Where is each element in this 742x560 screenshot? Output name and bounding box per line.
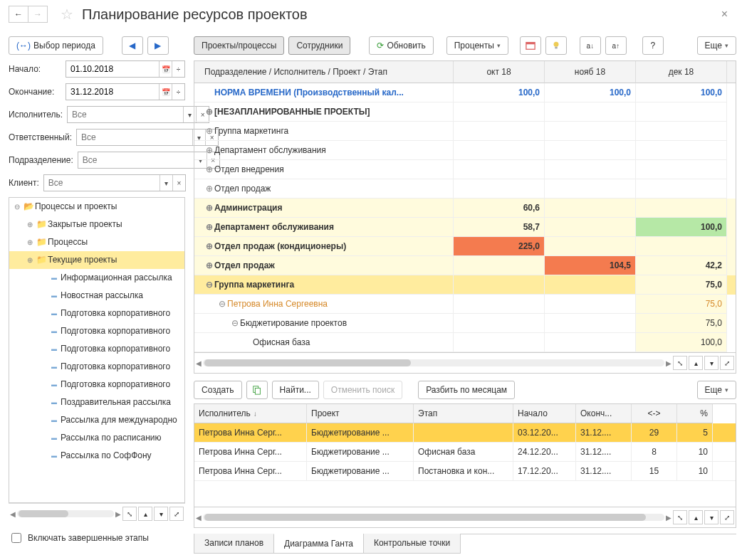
lower-collapse-all[interactable]: ⤡ bbox=[673, 510, 687, 524]
table-row[interactable]: Петрова Инна Серг...Бюджетирование ...По… bbox=[194, 462, 736, 481]
grid-row[interactable]: ⊕Администрация60,6 bbox=[194, 199, 736, 218]
refresh-button[interactable]: ⟳ Обновить bbox=[369, 36, 433, 55]
copy-button[interactable] bbox=[246, 381, 268, 399]
grid-row[interactable]: ⊕Департамент обслуживания58,7100,0 bbox=[194, 218, 736, 237]
calendar-icon[interactable]: 📅 bbox=[159, 61, 172, 77]
date-step-icon[interactable]: ÷ bbox=[172, 84, 184, 100]
tree-item[interactable]: ▬Информационная рассылка bbox=[9, 269, 184, 287]
tree-item[interactable]: ▬Рассылка для международно bbox=[9, 411, 184, 429]
tree-item[interactable]: ▬Новостная рассылка bbox=[9, 287, 184, 305]
expand-icon[interactable]: ⊖ bbox=[230, 318, 240, 328]
grid-col-m3[interactable]: дек 18 bbox=[636, 61, 727, 83]
next-period-button[interactable]: ▶ bbox=[147, 36, 169, 55]
expand-icon[interactable]: ⊕ bbox=[204, 222, 214, 232]
chevron-down-icon[interactable]: ▾ bbox=[160, 175, 172, 191]
tree-expand-all[interactable]: ⤢ bbox=[169, 507, 184, 521]
percents-button[interactable]: Проценты▾ bbox=[446, 36, 508, 55]
grid-row[interactable]: ⊕Отдел внедрения bbox=[194, 160, 736, 179]
filter-exec-combo[interactable]: ▾× bbox=[67, 106, 209, 123]
tab-employees-button[interactable]: Сотрудники bbox=[288, 36, 350, 55]
close-icon[interactable]: × bbox=[716, 8, 733, 21]
tree-collapse-all[interactable]: ⤡ bbox=[122, 507, 137, 521]
tab-milestones[interactable]: Контрольные точки bbox=[363, 534, 461, 554]
prev-period-button[interactable]: ◀ bbox=[122, 36, 143, 55]
lower-hscroll[interactable] bbox=[203, 514, 664, 521]
grid-row[interactable]: ⊕Департамент обслуживания bbox=[194, 141, 736, 160]
select-period-button[interactable]: (↔) Выбор периода bbox=[9, 36, 103, 55]
col-stage[interactable]: Этап bbox=[414, 404, 513, 423]
col-end[interactable]: Оконч... bbox=[576, 404, 632, 423]
help-button[interactable]: ? bbox=[642, 36, 664, 55]
grid-row[interactable]: ⊕Отдел продаж (кондиционеры)225,0 bbox=[194, 237, 736, 256]
back-button[interactable]: ← bbox=[9, 6, 28, 23]
view-calendar-button[interactable] bbox=[520, 36, 541, 55]
expand-icon[interactable]: ⊕ bbox=[204, 241, 214, 251]
col-proj[interactable]: Проект bbox=[307, 404, 414, 423]
export-in-button[interactable]: a↓ bbox=[580, 36, 601, 55]
grid-col-main[interactable]: Подразделение / Исполнитель / Проект / Э… bbox=[194, 61, 454, 83]
grid-row[interactable]: ⊖Петрова Инна Сергеевна75,0 bbox=[194, 295, 736, 314]
export-out-button[interactable]: a↑ bbox=[605, 36, 627, 55]
col-exec[interactable]: Исполнитель↓ bbox=[194, 404, 307, 423]
expand-icon[interactable]: ⊕ bbox=[204, 145, 214, 155]
grid-up[interactable]: ▴ bbox=[689, 356, 703, 370]
expand-icon[interactable]: ⊕ bbox=[204, 184, 214, 194]
grid-row[interactable]: ⊕[НЕЗАПЛАНИРОВАННЫЕ ПРОЕКТЫ] bbox=[194, 102, 736, 122]
tree-down[interactable]: ▾ bbox=[154, 507, 168, 521]
more-button[interactable]: Еще▾ bbox=[697, 36, 736, 55]
expand-icon[interactable]: ⊖ bbox=[204, 280, 214, 290]
grid-col-m2[interactable]: нояб 18 bbox=[545, 61, 636, 83]
clear-icon[interactable]: × bbox=[172, 175, 185, 191]
tree-root[interactable]: ⊖ 📂 Процессы и проекты bbox=[9, 198, 184, 216]
table-row[interactable]: Петрова Инна Серг...Бюджетирование ...03… bbox=[194, 423, 736, 443]
filter-client-combo[interactable]: ▾× bbox=[43, 174, 186, 191]
tree-item[interactable]: ▬Подготовка корпоративного bbox=[9, 358, 184, 376]
expand-icon[interactable]: ⊕ bbox=[25, 221, 35, 228]
include-completed-checkbox[interactable] bbox=[11, 533, 21, 543]
tree-item[interactable]: ▬Поздравительная рассылка bbox=[9, 393, 184, 411]
find-button[interactable]: Найти... bbox=[272, 381, 319, 399]
create-button[interactable]: Создать bbox=[194, 381, 242, 399]
tab-projects-button[interactable]: Проекты/процессы bbox=[194, 36, 284, 55]
tree-item[interactable]: ▬Подготовка корпоративного bbox=[9, 322, 184, 340]
grid-row[interactable]: Офисная база100,0 bbox=[194, 333, 736, 352]
table-row[interactable]: Петрова Инна Серг...Бюджетирование ...Оф… bbox=[194, 443, 736, 462]
grid-hscroll[interactable] bbox=[203, 359, 664, 366]
collapse-icon[interactable]: ⊖ bbox=[12, 203, 22, 211]
expand-icon[interactable]: ⊕ bbox=[204, 126, 214, 136]
grid-collapse-all[interactable]: ⤡ bbox=[673, 356, 687, 370]
col-pct[interactable]: % bbox=[677, 404, 713, 423]
grid-down[interactable]: ▾ bbox=[704, 356, 719, 370]
project-tree[interactable]: ⊖ 📂 Процессы и проекты ⊕📁Закрытые проект… bbox=[9, 197, 185, 503]
tree-item[interactable]: ▬Подготовка корпоративного bbox=[9, 305, 184, 322]
lower-down[interactable]: ▾ bbox=[704, 510, 719, 524]
tree-hscroll[interactable] bbox=[17, 510, 114, 517]
expand-icon[interactable]: ⊖ bbox=[217, 299, 227, 309]
grid-row[interactable]: ⊕Отдел продаж104,542,2 bbox=[194, 256, 736, 275]
expand-icon[interactable]: ⊕ bbox=[25, 238, 35, 246]
lower-expand-all[interactable]: ⤢ bbox=[720, 510, 734, 524]
start-date-input[interactable]: 📅 ÷ bbox=[66, 60, 185, 78]
col-dur[interactable]: <-> bbox=[632, 404, 677, 423]
split-months-button[interactable]: Разбить по месяцам bbox=[418, 381, 515, 399]
favorite-icon[interactable]: ☆ bbox=[61, 6, 73, 23]
col-start[interactable]: Начало bbox=[513, 404, 576, 423]
grid-expand-all[interactable]: ⤢ bbox=[720, 356, 734, 370]
tree-up[interactable]: ▴ bbox=[138, 507, 152, 521]
tree-item[interactable]: ⊕📁Текущие проекты bbox=[9, 251, 184, 269]
tree-item[interactable]: ▬Рассылка по СофФону bbox=[9, 447, 184, 465]
expand-icon[interactable]: ⊕ bbox=[204, 203, 214, 213]
tree-item[interactable]: ▬Рассылка по расписанию bbox=[9, 429, 184, 447]
view-alt-button[interactable] bbox=[545, 36, 567, 55]
date-step-icon[interactable]: ÷ bbox=[172, 61, 184, 77]
forward-button[interactable]: → bbox=[28, 6, 48, 23]
grid-row[interactable]: ⊖Бюджетирование проектов75,0 bbox=[194, 314, 736, 333]
expand-icon[interactable]: ⊕ bbox=[204, 164, 214, 174]
tree-item[interactable]: ▬Подготовка корпоративного bbox=[9, 340, 184, 358]
grid-row[interactable]: НОРМА ВРЕМЕНИ (Производственный кал...10… bbox=[194, 83, 736, 102]
calendar-icon[interactable]: 📅 bbox=[159, 84, 172, 100]
lower-up[interactable]: ▴ bbox=[689, 510, 703, 524]
tab-gantt[interactable]: Диаграмма Ганта bbox=[273, 534, 364, 554]
end-date-input[interactable]: 📅 ÷ bbox=[66, 83, 185, 100]
tab-records[interactable]: Записи планов bbox=[194, 534, 274, 554]
